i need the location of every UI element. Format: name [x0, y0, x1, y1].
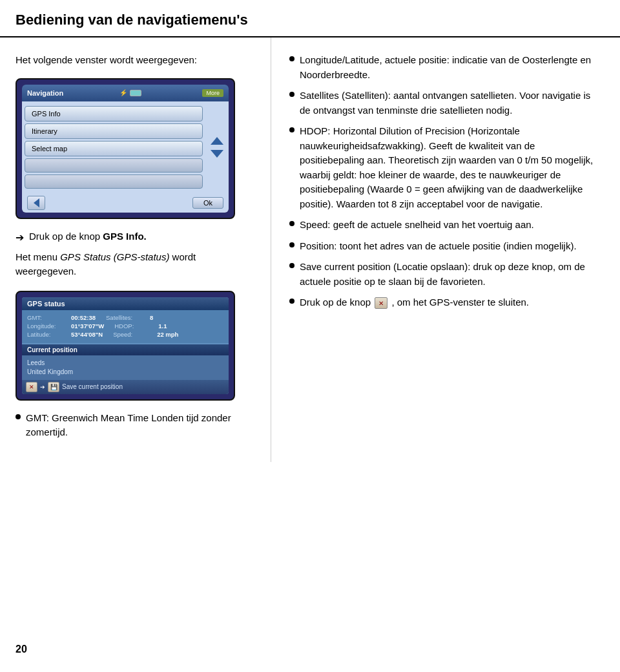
gps-location-line1: Leeds	[27, 359, 223, 368]
bullet-satellites: Satellites (Satelliten): aantal ontvange…	[289, 89, 602, 118]
gps-hdop-value: 1.1	[158, 322, 167, 330]
nav-menu-item-empty-2	[25, 174, 203, 189]
nav-ok-button[interactable]: Ok	[192, 197, 223, 209]
gps-latitude-value: 53°44'08"N	[71, 331, 103, 338]
more-button[interactable]: More	[202, 89, 223, 97]
nav-device-title: Navigation	[27, 89, 63, 97]
battery-icon	[130, 90, 141, 96]
bullet-dot	[289, 56, 294, 61]
bullet-dot	[289, 127, 294, 132]
nav-menu-item-select-map[interactable]: Select map	[25, 141, 203, 156]
gps-device-inner: GPS status GMT: 00:52:38 Satellites: 8 L…	[22, 297, 229, 394]
arrow-symbol: ➔	[16, 231, 24, 244]
nav-device-inner: Navigation ⚡ More GPS Info Itinerary	[22, 85, 229, 213]
page-title: Bediening van de navigatiemenu's	[16, 12, 604, 28]
bullet-save-text: Save current position (Locatie opslaan):…	[300, 260, 602, 289]
bullet-save: Save current position (Locatie opslaan):…	[289, 260, 602, 289]
left-column: Het volgende venster wordt weergegeven: …	[0, 37, 271, 462]
nav-body: GPS Info Itinerary Select map	[22, 101, 229, 193]
bullet-dot	[289, 263, 294, 268]
gmt-bullet: GMT: Greenwich Mean Time Londen tijd zon…	[16, 411, 255, 440]
gps-gmt-value: 00:52:38	[71, 314, 96, 321]
gps-save-arrow-icon: ➔	[40, 384, 45, 390]
scroll-up-arrow[interactable]	[211, 137, 223, 145]
arrow-text-content: Druk op de knop GPS Info.	[29, 231, 147, 242]
gps-speed-value: 22 mph	[157, 331, 178, 338]
nav-menu-item-gps-info[interactable]: GPS Info	[25, 106, 203, 121]
section-text: Het menu GPS Status (GPS-status) wordt w…	[16, 250, 255, 279]
gps-speed-label: Speed:	[113, 331, 152, 338]
bullet-longitude-text: Longitude/Latitude, actuele positie: ind…	[300, 53, 602, 82]
bullet-hdop-text: HDOP: Horizontal Dilution of Precision (…	[300, 124, 602, 211]
gps-satellites-value: 8	[150, 314, 153, 321]
bullet-dot	[289, 221, 294, 226]
gps-device: GPS status GMT: 00:52:38 Satellites: 8 L…	[16, 291, 235, 401]
bullet-speed-text: Speed: geeft de actuele snelheid van het…	[300, 218, 534, 233]
bullet-dot	[289, 299, 294, 304]
right-bullet-list: Longitude/Latitude, actuele positie: ind…	[289, 53, 602, 310]
gps-longitude-label: Longitude:	[27, 322, 66, 330]
nav-bottom-bar: Ok	[22, 193, 229, 213]
bullet-close-text: Druk op de knop ✕ , om het GPS-venster t…	[300, 295, 529, 310]
inline-close-button: ✕	[375, 297, 388, 309]
bullet-dot	[289, 92, 294, 97]
gps-close-button[interactable]: ✕	[26, 382, 37, 392]
right-column: Longitude/Latitude, actuele positie: ind…	[271, 37, 620, 462]
gps-info-area: GMT: 00:52:38 Satellites: 8 Longitude: 0…	[22, 310, 229, 343]
gps-save-icon: 💾	[48, 382, 59, 392]
nav-menu-item-itinerary[interactable]: Itinerary	[25, 123, 203, 139]
nav-device: Navigation ⚡ More GPS Info Itinerary	[16, 78, 235, 219]
bullet-hdop: HDOP: Horizontal Dilution of Precision (…	[289, 124, 602, 211]
bullet-speed: Speed: geeft de actuele snelheid van het…	[289, 218, 602, 233]
gps-longitude-value: 01°37'07"W	[71, 322, 104, 330]
bolt-icon: ⚡	[119, 89, 127, 96]
nav-menu-item-empty-1	[25, 158, 203, 173]
gps-header: GPS status	[22, 297, 229, 310]
bullet-position-text: Position: toont het adres van de actuele…	[300, 239, 577, 254]
gps-gmt-label: GMT:	[27, 314, 66, 321]
bullet-satellites-text: Satellites (Satelliten): aantal ontvange…	[300, 89, 602, 118]
page-number: 20	[16, 644, 27, 655]
bullet-position: Position: toont het adres van de actuele…	[289, 239, 602, 254]
bullet-longitude: Longitude/Latitude, actuele positie: ind…	[289, 53, 602, 82]
gps-latitude-label: Latitude:	[27, 331, 66, 338]
gps-hdop-label: HDOP:	[114, 322, 153, 330]
bullet-dot	[289, 242, 294, 247]
nav-back-button[interactable]	[27, 196, 45, 210]
nav-scroll-buttons	[205, 101, 229, 193]
gps-location-line2: United Kingdom	[27, 368, 223, 377]
arrow-instruction: ➔ Druk op de knop GPS Info.	[16, 231, 255, 244]
bullet-close: Druk op de knop ✕ , om het GPS-venster t…	[289, 295, 602, 310]
gps-save-label[interactable]: Save current position	[62, 383, 123, 390]
nav-menu-list: GPS Info Itinerary Select map	[22, 101, 205, 193]
gps-current-pos: Leeds United Kingdom	[22, 355, 229, 380]
nav-icons: ⚡	[119, 89, 141, 96]
gps-current-position-title: Current position	[22, 344, 229, 355]
gps-save-bar: ✕ ➔ 💾 Save current position	[22, 380, 229, 394]
gps-row-3: Latitude: 53°44'08"N Speed: 22 mph	[27, 331, 223, 338]
back-arrow-icon	[34, 198, 39, 207]
gps-row-1: GMT: 00:52:38 Satellites: 8	[27, 314, 223, 321]
intro-text: Het volgende venster wordt weergegeven:	[16, 53, 255, 68]
page-header: Bediening van de navigatiemenu's	[0, 0, 620, 37]
nav-top-bar: Navigation ⚡ More	[22, 85, 229, 101]
nav-menu: GPS Info Itinerary Select map	[22, 101, 205, 193]
gps-row-2: Longitude: 01°37'07"W HDOP: 1.1	[27, 322, 223, 330]
gps-satellites-label: Satellites:	[106, 314, 145, 321]
bullet-dot	[16, 414, 21, 419]
scroll-down-arrow[interactable]	[211, 150, 223, 158]
left-bullet-list: GMT: Greenwich Mean Time Londen tijd zon…	[16, 411, 255, 440]
